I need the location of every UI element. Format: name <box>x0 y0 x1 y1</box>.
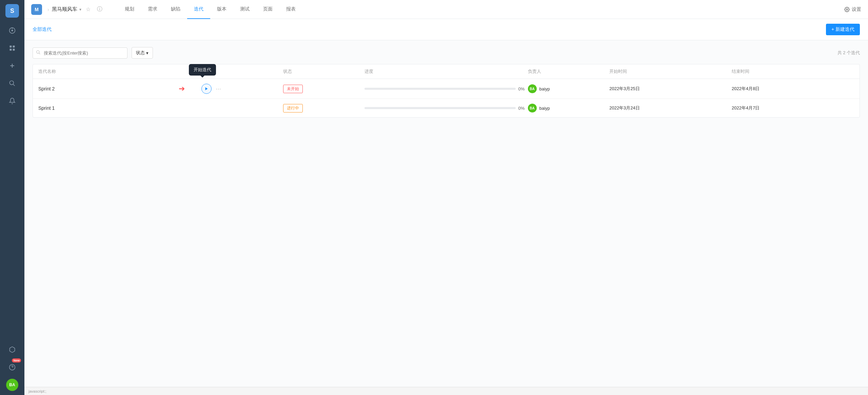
sidebar-logo[interactable]: S <box>5 4 19 18</box>
project-dropdown-arrow: ▾ <box>79 7 81 12</box>
status-text: javascript:; <box>28 389 46 393</box>
user-avatar[interactable]: BA <box>6 379 18 391</box>
tab-report[interactable]: 报表 <box>279 0 302 19</box>
svg-point-9 <box>10 81 14 85</box>
sidebar-item-add[interactable] <box>5 58 20 73</box>
breadcrumb-sep: › <box>47 7 49 12</box>
tab-test[interactable]: 测试 <box>233 0 256 19</box>
help-icon <box>9 364 16 371</box>
start-iteration-button[interactable] <box>201 84 212 94</box>
settings-button[interactable]: 设置 <box>844 6 861 13</box>
search-wrap <box>33 47 127 59</box>
progress-bar-bg <box>364 88 515 90</box>
topnav-logo: M <box>31 4 42 15</box>
progress-cell-sprint1: 0% <box>364 106 528 111</box>
tab-page[interactable]: 页面 <box>256 0 279 19</box>
svg-point-1 <box>12 30 13 32</box>
plus-icon <box>9 62 16 69</box>
assignee-cell-sprint2: BA baiyp <box>528 84 610 93</box>
project-selector[interactable]: 黑马顺风车 ▾ <box>52 6 81 13</box>
row-actions-sprint2: ⋯ <box>201 84 283 94</box>
svg-marker-16 <box>205 87 208 90</box>
new-iteration-button[interactable]: + 新建迭代 <box>826 24 860 35</box>
table-header: 迭代名称 状态 进度 负责人 开始时间 结束时间 <box>33 64 860 79</box>
svg-rect-3 <box>10 46 12 48</box>
total-count: 共 2 个迭代 <box>837 50 860 56</box>
main-area: M › 黑马顺风车 ▾ ☆ ⓘ 规划 需求 缺陷 迭代 版本 测试 页面 报表 … <box>24 0 868 395</box>
col-progress: 进度 <box>364 68 528 75</box>
assignee-name-sprint2: baiyp <box>539 86 550 91</box>
settings-icon <box>844 7 850 12</box>
cube-icon <box>9 346 16 353</box>
sidebar-item-bell[interactable] <box>5 93 20 108</box>
col-assignee: 负责人 <box>528 68 610 75</box>
navigation-tabs: 规划 需求 缺陷 迭代 版本 测试 页面 报表 <box>118 0 844 19</box>
start-date-sprint1: 2022年3月24日 <box>609 105 732 111</box>
assignee-avatar-sprint1: BA <box>528 104 537 112</box>
end-date-sprint2: 2022年4月8日 <box>732 86 854 92</box>
assignee-avatar-sprint2: BA <box>528 84 537 93</box>
sidebar-item-cube[interactable] <box>5 342 20 357</box>
play-icon <box>204 87 209 91</box>
bell-icon <box>9 98 16 104</box>
top-navigation: M › 黑马顺风车 ▾ ☆ ⓘ 规划 需求 缺陷 迭代 版本 测试 页面 报表 … <box>24 0 868 19</box>
status-bar: javascript:; <box>24 387 868 395</box>
svg-line-15 <box>39 53 40 54</box>
tab-version[interactable]: 版本 <box>210 0 233 19</box>
search-input[interactable] <box>33 47 127 59</box>
tab-defect[interactable]: 缺陷 <box>164 0 187 19</box>
status-filter-label: 状态 <box>136 50 145 56</box>
col-actions <box>201 68 283 75</box>
svg-rect-6 <box>13 49 15 51</box>
status-cell-sprint2: 未开始 <box>283 85 365 93</box>
sidebar-item-grid[interactable] <box>5 41 20 56</box>
svg-rect-5 <box>10 49 12 51</box>
assignee-cell-sprint1: BA baiyp <box>528 104 610 112</box>
sidebar-item-help[interactable]: New <box>5 360 20 375</box>
tab-iteration[interactable]: 迭代 <box>187 0 210 19</box>
tab-demand[interactable]: 需求 <box>141 0 164 19</box>
svg-point-13 <box>846 9 848 10</box>
end-date-sprint1: 2022年4月7日 <box>732 105 854 111</box>
favorite-button[interactable]: ☆ <box>83 5 93 14</box>
status-badge-sprint2: 未开始 <box>283 85 303 93</box>
iteration-name-sprint2[interactable]: Sprint 2 <box>38 86 201 91</box>
col-name: 迭代名称 <box>38 68 201 75</box>
filter-dropdown-arrow: ▾ <box>146 50 149 56</box>
svg-line-10 <box>13 84 15 86</box>
sidebar-item-search[interactable] <box>5 76 20 91</box>
info-button[interactable]: ⓘ <box>95 5 104 14</box>
iteration-table: 迭代名称 状态 进度 负责人 开始时间 结束时间 开始迭代 ➔ Sprint 2 <box>33 64 860 118</box>
sidebar-item-dashboard[interactable] <box>5 23 20 38</box>
table-row: 开始迭代 ➔ Sprint 2 ⋯ 未开始 <box>33 79 860 99</box>
page-title[interactable]: 全部迭代 <box>33 26 52 33</box>
progress-pct-sprint2: 0% <box>518 86 528 91</box>
grid-icon <box>9 45 16 51</box>
filter-bar: 状态 ▾ 共 2 个迭代 <box>33 47 860 59</box>
svg-point-14 <box>37 50 39 53</box>
svg-rect-4 <box>13 46 15 48</box>
status-cell-sprint1: 进行中 <box>283 104 365 112</box>
project-name: 黑马顺风车 <box>52 6 77 13</box>
search-icon <box>9 80 16 87</box>
col-start-date: 开始时间 <box>609 68 732 75</box>
page-header: 全部迭代 + 新建迭代 <box>24 19 868 40</box>
col-end-date: 结束时间 <box>732 68 854 75</box>
progress-cell-sprint2: 0% <box>364 86 528 91</box>
start-date-sprint2: 2022年3月25日 <box>609 86 732 92</box>
col-status: 状态 <box>283 68 365 75</box>
status-filter[interactable]: 状态 ▾ <box>132 47 153 59</box>
iteration-name-sprint1[interactable]: Sprint 1 <box>38 105 201 111</box>
settings-label: 设置 <box>852 6 861 13</box>
main-content: 状态 ▾ 共 2 个迭代 迭代名称 状态 进度 负责人 开始时间 结束时间 开始… <box>24 40 868 387</box>
progress-bar-bg <box>364 107 515 109</box>
new-badge: New <box>12 358 21 362</box>
more-options-button[interactable]: ⋯ <box>214 84 223 93</box>
status-badge-sprint1: 进行中 <box>283 104 303 112</box>
tab-plan[interactable]: 规划 <box>118 0 141 19</box>
table-row: Sprint 1 进行中 0% BA baiyp 2022年3月24日 2022… <box>33 99 860 117</box>
progress-pct-sprint1: 0% <box>518 106 528 111</box>
search-input-icon <box>36 50 41 56</box>
assignee-name-sprint1: baiyp <box>539 106 550 111</box>
sidebar: S <box>0 0 24 395</box>
